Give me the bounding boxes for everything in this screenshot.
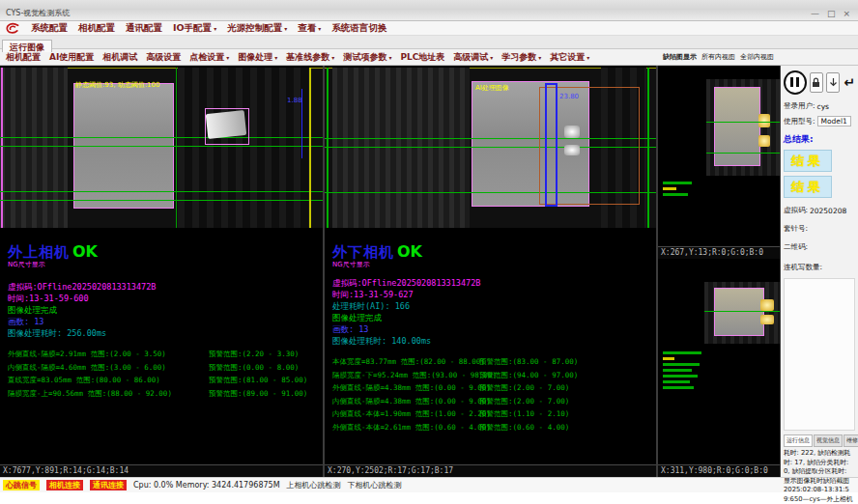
tab-maintenance-info[interactable]: 维修信息 xyxy=(844,434,858,447)
toolbar-items: 相机配置 AI使用配置 相机调试 高级设置 点检设置▾ 图像处理▾ 基准线参数▾… xyxy=(0,51,660,64)
toolbar-advanced-settings[interactable]: 高级设置 xyxy=(146,51,181,64)
tab-defect-display[interactable]: 缺陷图显示 xyxy=(663,52,697,62)
mini-text-line xyxy=(663,357,674,360)
product-region-box xyxy=(714,288,764,336)
measurement-text: 隔膜宽度-上=90.56mm 范围:(88.00 - 92.00) xyxy=(8,387,209,401)
thumbnail-column: X:267,Y:13;R:0;G:0;B:0 xyxy=(658,66,781,477)
toolbar-camera-debug[interactable]: 相机调试 xyxy=(102,51,137,64)
right-panel: ↵ 登录用户: cys 使用型号: Model1 总结果: 结果 结果 虚拟码:… xyxy=(781,66,858,477)
result-overlay-lower: 外下相机 OK NG尺寸显示 虚拟码:OFfline20250208133134… xyxy=(332,242,652,434)
pause-button[interactable] xyxy=(784,70,807,95)
blue-measure-value: 23.80 xyxy=(559,93,579,100)
tab-full-views[interactable]: 全部内视图 xyxy=(740,52,774,62)
coordinate-bar-thumb-top: X:267,Y:13;R:0;G:0;B:0 xyxy=(658,246,780,259)
write-count-label: 连机写数量: xyxy=(784,263,822,272)
camera-view-lower[interactable]: 23.80 AI处理图像 外下相机 OK NG尺寸显示 虚拟码:OFfline2… xyxy=(325,66,658,477)
title-bar: CYS-视觉检测系统 — □ × xyxy=(0,0,858,21)
maximize-button[interactable]: □ xyxy=(827,9,836,18)
measurement-row: 隔膜宽度-下=95.24mm 范围:(93.00 - 98.00)预警范围:(9… xyxy=(332,369,652,382)
measurement-text: 隔膜宽度-下=95.24mm 范围:(93.00 - 98.00) xyxy=(332,369,479,382)
close-button[interactable]: × xyxy=(843,9,850,18)
minimize-button[interactable]: — xyxy=(811,9,819,18)
measurement-text: 内侧直线-本体=1.90mm 范围:(1.00 - 2.20) xyxy=(332,407,479,421)
mini-text-line xyxy=(663,380,690,383)
qr-row: 二维码: xyxy=(784,242,855,252)
tab-vision-info[interactable]: 视觉信息 xyxy=(814,434,843,447)
toolbar-baseline-params[interactable]: 基准线参数▾ xyxy=(286,51,334,64)
bright-feature xyxy=(564,126,580,138)
blue-measure-value: 1.88 xyxy=(287,97,302,104)
pause-icon xyxy=(790,77,793,87)
time-line: 时间:13-31-59-600 xyxy=(8,293,319,304)
measurement-text: 外侧直线-本体=2.61mm 范围:(0.60 - 4.00) xyxy=(332,421,479,434)
toolbar-learning-params[interactable]: 学习参数▾ xyxy=(501,51,541,64)
login-user-value: cys xyxy=(817,102,829,111)
warning-range-text: 预警范围:(2.00 - 7.00) xyxy=(479,381,569,395)
capture-button[interactable] xyxy=(826,72,840,93)
toolbar-other-settings[interactable]: 其它设置▾ xyxy=(550,51,589,64)
status-bar: 心跳信号 相机连接 通讯连接 Cpu: 0.0% Memory: 3424.41… xyxy=(0,477,858,492)
threshold-label: 静态阈值:93, 动态阈值:100 xyxy=(75,80,159,90)
upper-camera-heartbeat-text: 上相机心跳检测 xyxy=(287,480,341,490)
thumbnail-view-top[interactable]: X:267,Y:13;R:0;G:0;B:0 xyxy=(658,66,780,259)
product-region-box xyxy=(714,87,760,166)
defect-highlight xyxy=(758,114,770,127)
green-guide-line xyxy=(0,146,323,147)
virtual-code-row: 虚拟码: 20250208 xyxy=(784,206,855,215)
menu-item-view[interactable]: 查看▾ xyxy=(298,22,321,35)
camera-view-upper[interactable]: 1.88 静态阈值:93, 动态阈值:100 外上相机 OK NG尺寸显示 虚拟… xyxy=(0,66,325,477)
toolbar: 相机配置 AI使用配置 相机调试 高级设置 点检设置▾ 图像处理▾ 基准线参数▾… xyxy=(0,49,858,66)
login-user-row: 登录用户: cys xyxy=(784,101,855,111)
toolbar-image-process[interactable]: 图像处理▾ xyxy=(238,51,277,64)
result-box-upper: 结果 xyxy=(784,150,832,172)
tab-run-info[interactable]: 运行信息 xyxy=(784,434,813,447)
total-result-label: 总结果: xyxy=(784,133,855,146)
defect-highlight xyxy=(760,299,774,311)
toolbar-plc-address[interactable]: PLC地址表 xyxy=(400,51,444,64)
menu-item-io-config[interactable]: IO手配置▾ xyxy=(173,22,216,35)
menu-item-comm-config[interactable]: 通讯配置 xyxy=(126,22,162,35)
green-guide-line xyxy=(704,311,780,312)
measurement-row: 外侧直线-隔膜=2.91mm 范围:(2.00 - 3.50)预警范围:(2.2… xyxy=(8,348,319,361)
toolbar-ai-config[interactable]: AI使用配置 xyxy=(49,51,94,64)
thumbnail-view-bottom[interactable]: X:311,Y:980;R:0;G:0;B:0 xyxy=(658,259,780,477)
heartbeat-status-badge: 心跳信号 xyxy=(3,480,40,490)
dropdown-arrow-icon: ▾ xyxy=(388,54,391,61)
toolbar-advanced-debug[interactable]: 高级调试▾ xyxy=(453,51,493,64)
virtual-code-line: 虚拟码:OFfline2025020813313472B xyxy=(8,281,319,293)
measurement-row: 内侧直线-本体=1.90mm 范围:(1.00 - 2.20)预警范围:(1.1… xyxy=(332,407,652,421)
machinery-texture xyxy=(178,68,311,228)
measurement-row: 外侧直线-隔膜=4.38mm 范围:(0.00 - 9.00)预警范围:(2.0… xyxy=(332,381,652,395)
measurement-text: 内侧直线-隔膜=4.60mm 范围:(3.00 - 6.00) xyxy=(8,361,209,375)
machinery-texture xyxy=(0,68,68,228)
measurement-row: 内侧直线-隔膜=4.60mm 范围:(3.00 - 6.00)预警范围:(0.0… xyxy=(8,361,319,375)
connector-part xyxy=(206,110,246,139)
window-title: CYS-视觉检测系统 xyxy=(6,8,811,18)
app-window: CYS-视觉检测系统 — □ × 系统配置 相机配置 通讯配置 IO手配置▾ 光… xyxy=(0,0,858,504)
mini-overlay-text xyxy=(663,182,721,199)
lock-button[interactable] xyxy=(810,72,823,93)
mini-text-line xyxy=(663,363,700,366)
toolbar-spot-check[interactable]: 点检设置▾ xyxy=(189,51,229,64)
return-button[interactable]: ↵ xyxy=(844,74,855,90)
dropdown-arrow-icon: ▾ xyxy=(226,54,229,61)
menu-item-camera-config[interactable]: 相机配置 xyxy=(78,22,115,35)
model-value[interactable]: Model1 xyxy=(817,116,851,126)
login-user-label: 登录用户: xyxy=(784,101,815,111)
toolbar-camera-config[interactable]: 相机配置 xyxy=(6,51,41,64)
mini-text-line xyxy=(663,351,701,354)
warning-range-text: 预警范围:(1.10 - 2.10) xyxy=(479,407,569,421)
qr-label: 二维码: xyxy=(784,242,808,252)
empty-list-area[interactable] xyxy=(784,278,855,431)
measurement-list: 外侧直线-隔膜=2.91mm 范围:(2.00 - 3.50)预警范围:(2.2… xyxy=(8,348,319,400)
model-label: 使用型号: xyxy=(784,117,815,126)
warning-range-text: 预警范围:(0.60 - 4.00) xyxy=(479,421,569,434)
measurement-row: 内侧直线-隔膜=4.38mm 范围:(0.00 - 9.00)预警范围:(2.0… xyxy=(332,395,652,408)
menu-item-light-config[interactable]: 光源控制配置▾ xyxy=(227,22,287,35)
menu-item-system-config[interactable]: 系统配置 xyxy=(31,22,68,35)
toolbar-test-params[interactable]: 测试项参数▾ xyxy=(343,51,391,64)
main-content: 1.88 静态阈值:93, 动态阈值:100 外上相机 OK NG尺寸显示 虚拟… xyxy=(0,66,858,477)
tab-all-views[interactable]: 所有内视图 xyxy=(701,52,735,62)
menu-item-language-switch[interactable]: 系统语言切换 xyxy=(331,22,386,35)
pause-icon xyxy=(796,77,799,87)
